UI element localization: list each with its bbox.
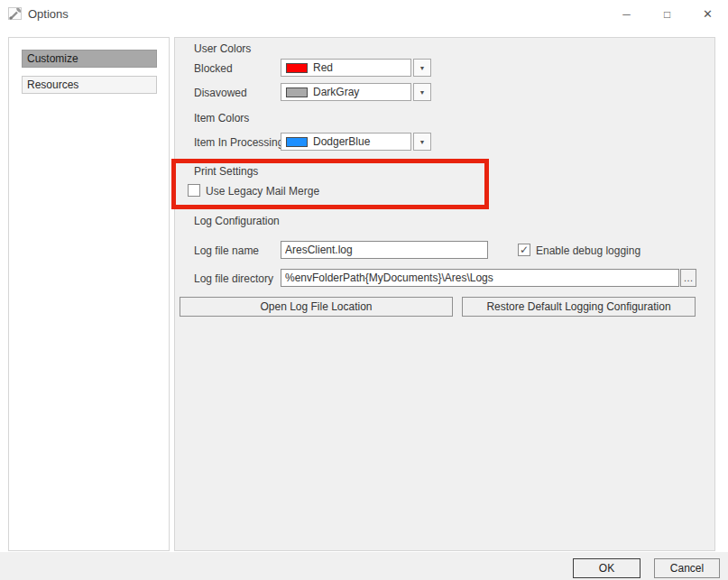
close-button[interactable]: ✕ [687, 0, 728, 28]
item-in-processing-dropdown-button[interactable]: ▼ [413, 133, 431, 151]
options-dialog: Options ─ □ ✕ Customize Resources User C… [0, 0, 728, 580]
item-in-processing-value: DodgerBlue [313, 135, 370, 148]
title-bar: Options ─ □ ✕ [0, 0, 728, 28]
window-controls: ─ □ ✕ [606, 0, 728, 28]
options-wrench-icon [7, 5, 23, 22]
log-file-directory-input[interactable] [281, 269, 679, 287]
use-legacy-mail-merge-checkbox[interactable] [188, 184, 200, 197]
item-in-processing-field[interactable]: DodgerBlue [281, 133, 411, 151]
chevron-down-icon: ▼ [419, 89, 426, 96]
item-in-processing-label: Item In Processing [194, 136, 283, 149]
cancel-button[interactable]: Cancel [654, 558, 720, 578]
main-panel: User Colors Blocked Red ▼ Disavowed Dark… [174, 37, 715, 551]
sidebar-item-resources[interactable]: Resources [22, 76, 157, 94]
sidebar: Customize Resources [8, 37, 170, 551]
group-header-user-colors: User Colors [194, 42, 251, 55]
log-file-name-label: Log file name [194, 244, 259, 257]
blocked-label: Blocked [194, 62, 233, 75]
ok-button[interactable]: OK [573, 558, 640, 578]
item-in-processing-dropdown[interactable]: DodgerBlue ▼ [281, 133, 431, 151]
blocked-color-field[interactable]: Red [281, 59, 411, 77]
item-in-processing-swatch [286, 137, 308, 147]
group-header-item-colors: Item Colors [194, 112, 249, 124]
window-title: Options [28, 7, 69, 21]
open-log-file-location-button[interactable]: Open Log File Location [180, 297, 453, 317]
blocked-dropdown-button[interactable]: ▼ [413, 59, 431, 77]
disavowed-color-dropdown[interactable]: DarkGray ▼ [281, 83, 431, 101]
log-file-name-input[interactable] [281, 241, 488, 259]
ellipsis-icon: … [684, 274, 694, 281]
blocked-color-value: Red [313, 61, 333, 74]
disavowed-color-swatch [286, 87, 308, 97]
maximize-button[interactable]: □ [647, 0, 687, 28]
enable-debug-logging-checkbox[interactable]: ✓ [518, 244, 530, 256]
minimize-icon: ─ [622, 8, 631, 21]
use-legacy-mail-merge-label: Use Legacy Mail Merge [206, 185, 319, 198]
blocked-color-swatch [286, 63, 308, 73]
group-header-log-configuration: Log Configuration [194, 215, 280, 227]
disavowed-dropdown-button[interactable]: ▼ [413, 83, 431, 101]
footer: OK Cancel [0, 552, 728, 580]
chevron-down-icon: ▼ [419, 139, 426, 145]
disavowed-color-field[interactable]: DarkGray [281, 83, 411, 101]
group-header-print-settings: Print Settings [194, 165, 258, 178]
blocked-color-dropdown[interactable]: Red ▼ [281, 59, 431, 77]
enable-debug-logging-label: Enable debug logging [536, 244, 640, 257]
chevron-down-icon: ▼ [419, 65, 426, 71]
maximize-icon: □ [664, 8, 670, 21]
browse-directory-button[interactable]: … [680, 269, 696, 287]
restore-default-logging-button[interactable]: Restore Default Logging Configuration [462, 297, 696, 317]
disavowed-color-value: DarkGray [313, 86, 359, 98]
close-icon: ✕ [703, 7, 713, 21]
log-file-directory-label: Log file directory [194, 272, 273, 285]
disavowed-label: Disavowed [194, 87, 247, 99]
sidebar-item-customize[interactable]: Customize [22, 50, 157, 68]
check-icon: ✓ [520, 244, 529, 255]
minimize-button[interactable]: ─ [606, 0, 647, 28]
